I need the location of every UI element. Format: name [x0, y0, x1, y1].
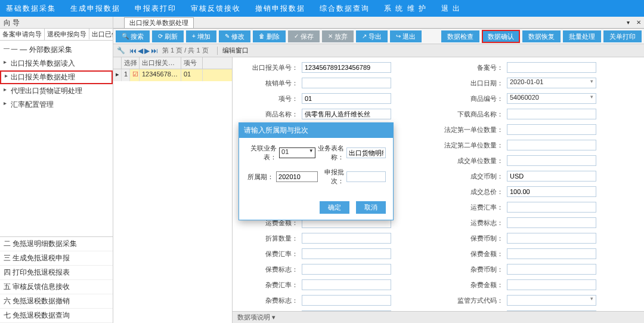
field-input[interactable]	[507, 140, 596, 150]
left-bottom-item[interactable]: 三 生成免抵退税申报	[0, 251, 113, 266]
data-confirm-button[interactable]: 数据确认	[482, 30, 520, 43]
left-bottom-item[interactable]: 七 免抵退税数据查询	[0, 309, 113, 323]
field-input[interactable]	[302, 248, 391, 259]
left-panel-title: 向 导	[0, 17, 113, 29]
field-input[interactable]	[507, 155, 596, 166]
left-tab[interactable]: 退税申报向导	[45, 29, 89, 40]
menu-item[interactable]: 审核反馈接收	[191, 4, 241, 14]
menu-item[interactable]: 综合数据查询	[320, 4, 370, 14]
first-page-icon[interactable]: ⏮	[129, 47, 137, 55]
tab-close-icon[interactable]: ✕	[633, 19, 644, 26]
grid-header-item[interactable]: 项号	[181, 57, 203, 69]
grid-header-declaration[interactable]: 出口报关…	[140, 57, 181, 69]
export-button[interactable]: ↗导出	[356, 30, 388, 42]
field-input[interactable]	[302, 62, 391, 73]
field-input[interactable]	[302, 295, 391, 306]
cancel-button[interactable]: ✕放弃	[322, 30, 354, 42]
form-row: 项号：	[239, 92, 433, 105]
tree-item-export-declaration-process[interactable]: 出口报关单数据处理	[0, 70, 113, 84]
row-check-icon[interactable]: ☑	[130, 69, 140, 81]
tree-item[interactable]: 出口报关单数据读入	[0, 57, 113, 70]
save-button[interactable]: ✓保存	[288, 30, 320, 42]
data-check-button[interactable]: 数据检查	[441, 30, 479, 42]
batch-input[interactable]	[346, 171, 386, 182]
field-label: 杂费标志：	[239, 296, 298, 305]
menu-item[interactable]: 申报表打印	[135, 4, 177, 14]
export-icon: ↗	[362, 30, 367, 42]
form-row: 杂费汇率：	[239, 278, 433, 291]
field-input[interactable]	[507, 233, 596, 244]
main-tab[interactable]: 出口报关单数据处理	[124, 17, 194, 28]
field-input[interactable]	[507, 124, 596, 135]
wrench-icon[interactable]: 🔧	[117, 47, 125, 54]
table-name-input[interactable]	[346, 147, 386, 158]
field-input[interactable]	[507, 186, 596, 197]
field-label: 杂费币制：	[444, 265, 503, 274]
menu-item[interactable]: 生成申报数据	[70, 4, 120, 14]
field-input[interactable]	[302, 279, 391, 290]
field-label: 核销单号：	[239, 79, 298, 88]
left-tab[interactable]: 备案申请向导	[0, 29, 45, 40]
tab-minimize-icon[interactable]: ▾	[623, 19, 633, 26]
field-label: 保费汇率：	[239, 250, 298, 259]
menu-item[interactable]: 退 出	[441, 4, 461, 14]
field-input[interactable]	[507, 264, 596, 275]
cancel-button[interactable]: 取消	[356, 201, 386, 214]
field-input[interactable]	[507, 202, 596, 213]
field-input[interactable]	[507, 248, 596, 259]
field-input[interactable]	[507, 279, 596, 290]
field-label: 保费币制：	[444, 234, 503, 243]
nav-tree: 一 — 外部数据采集 出口报关单数据读入 出口报关单数据处理 代理出口货物证明处…	[0, 41, 113, 114]
field-input[interactable]	[507, 62, 596, 73]
field-input[interactable]	[302, 109, 391, 119]
left-tab[interactable]: 出口已使用…	[89, 29, 113, 40]
form-row: 出口日期：2020-01-01	[444, 76, 638, 90]
last-page-icon[interactable]: ⏭	[151, 47, 158, 55]
row-cell: 12345678…	[140, 69, 181, 81]
print-declaration-button[interactable]: 关单打印	[603, 30, 642, 42]
form-row: 保费汇率：	[239, 247, 433, 260]
menu-item[interactable]: 基础数据采集	[6, 4, 56, 14]
field-label: 杂费汇率：	[239, 281, 298, 290]
menu-item[interactable]: 撤销申报数据	[255, 4, 305, 14]
prev-page-icon[interactable]: ◀	[138, 47, 143, 55]
left-bottom-item[interactable]: 四 打印免抵退税报表	[0, 266, 113, 280]
field-input[interactable]	[507, 217, 596, 228]
delete-button[interactable]: 🗑删除	[253, 30, 286, 42]
left-bottom-item[interactable]: 二 免抵退明细数据采集	[0, 237, 113, 251]
field-input[interactable]	[302, 93, 391, 104]
data-restore-button[interactable]: 数据恢复	[522, 30, 561, 42]
add-button[interactable]: +增加	[186, 30, 216, 42]
main-tab-row: 出口报关单数据处理 ▾ ✕	[113, 17, 644, 29]
field-input[interactable]	[507, 171, 596, 182]
tree-item[interactable]: 汇率配置管理	[0, 98, 113, 112]
ok-button[interactable]: 确定	[320, 201, 349, 214]
table-row[interactable]: ▸ 1 ☑ 12345678… 01	[113, 69, 232, 81]
field-label: 成交币制：	[444, 172, 503, 181]
field-select[interactable]: 54060020	[507, 93, 596, 104]
field-select[interactable]: 2020-01-01	[507, 78, 596, 88]
field-input[interactable]	[302, 233, 391, 244]
field-input[interactable]	[302, 264, 391, 275]
field-label: 保费标志：	[239, 265, 298, 274]
left-bottom-item[interactable]: 六 免抵退税数据撤销	[0, 294, 113, 309]
field-label: 杂费金额：	[444, 281, 503, 290]
tree-group[interactable]: 一 — 外部数据采集	[0, 43, 113, 57]
edit-button[interactable]: ✎修改	[219, 30, 250, 42]
grid-header-select[interactable]: 选择	[122, 57, 140, 69]
field-select[interactable]	[507, 295, 596, 306]
batch-process-button[interactable]: 批量处理	[563, 30, 601, 42]
period-input[interactable]	[276, 171, 318, 182]
form-row: 监管方式代码：	[444, 294, 638, 307]
field-input[interactable]	[302, 78, 391, 88]
related-table-select[interactable]: 01	[279, 147, 315, 158]
tree-item[interactable]: 代理出口货物证明处理	[0, 84, 113, 98]
search-button[interactable]: 🔍搜索	[116, 30, 150, 42]
left-bottom-item[interactable]: 五 审核反馈信息接收	[0, 280, 113, 294]
form-footer[interactable]: 数据项说明 ▾	[233, 311, 644, 323]
field-input[interactable]	[507, 109, 596, 119]
menu-item[interactable]: 系 统 维 护	[384, 4, 427, 14]
refresh-button[interactable]: ⟳刷新	[152, 30, 184, 42]
next-page-icon[interactable]: ▶	[144, 47, 150, 55]
exit-button[interactable]: ↪退出	[390, 30, 422, 42]
